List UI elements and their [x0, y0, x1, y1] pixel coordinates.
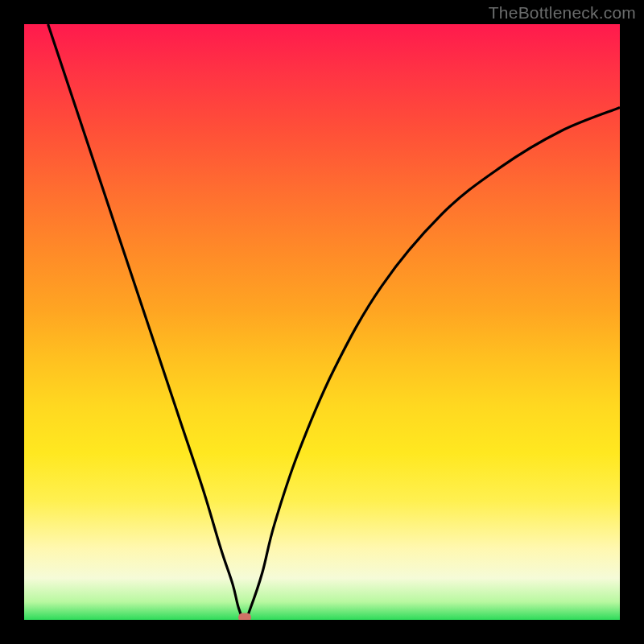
bottleneck-curve: [24, 24, 620, 620]
attribution-text: TheBottleneck.com: [489, 3, 636, 23]
optimal-point-marker: [238, 613, 251, 621]
chart-frame: TheBottleneck.com: [0, 0, 644, 644]
plot-area: [24, 24, 620, 620]
